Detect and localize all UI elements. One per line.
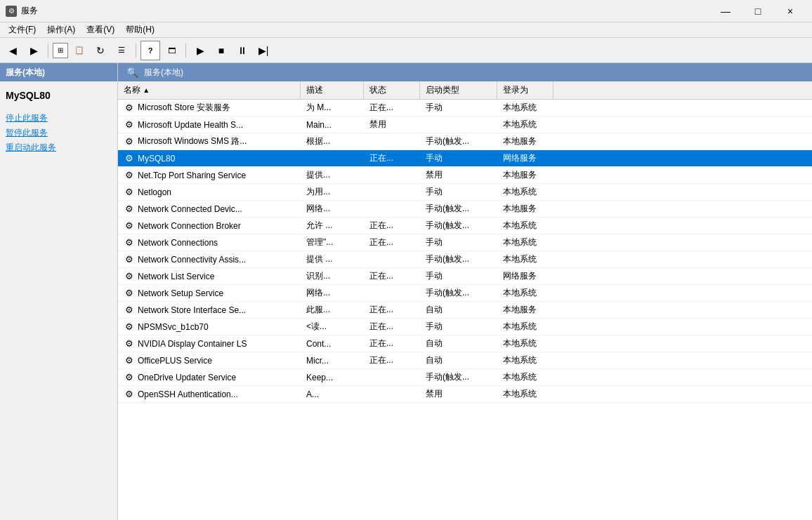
table-row[interactable]: ⚙ Net.Tcp Port Sharing Service 提供... 禁用 … [118,167,812,184]
cell-startup [420,116,497,133]
cell-name: ⚙ OpenSSH Authentication... [118,386,301,402]
cell-status: 正在... [364,268,420,284]
sort-arrow-name: ▲ [143,86,150,94]
titlebar: ⚙ 服务 — □ × [0,0,812,22]
cell-name: ⚙ Network Store Interface Se... [118,302,301,318]
cell-login: 网络服务 [497,268,554,284]
toolbar-open-view[interactable]: ⊞ [53,43,68,58]
service-name-text: NVIDIA Display Container LS [138,339,247,349]
stop-service-link[interactable]: 停止此服务 [6,112,112,124]
service-name-text: Network List Service [138,272,214,281]
cell-name: ⚙ Microsoft Store 安装服务 [118,100,301,116]
service-gear-icon: ⚙ [124,153,135,164]
toolbar-pause[interactable]: ⏸ [233,41,252,60]
col-name[interactable]: 名称 ▲ [118,81,301,99]
main-container: 服务(本地) MySQL80 停止此服务 暂停此服务 重启动此服务 🔍 服务(本… [0,63,812,520]
cell-startup: 自动 [420,335,497,352]
toolbar-refresh[interactable]: ↻ [91,41,110,60]
cell-startup: 手动(触发... [420,218,497,234]
service-name-text: Netlogon [138,187,171,197]
maximize-button[interactable]: □ [742,0,774,22]
toolbar-stop[interactable]: ■ [211,41,231,60]
table-row[interactable]: ⚙ Network Connections 管理"... 正在... 手动 本地… [118,234,812,251]
cell-name: ⚙ OfficePLUS Service [118,352,301,368]
col-desc[interactable]: 描述 [301,81,364,99]
cell-login: 本地服务 [497,302,554,318]
table-row[interactable]: ⚙ Network Connection Broker 允许 ... 正在...… [118,218,812,234]
cell-desc: Cont... [301,335,364,352]
menu-help[interactable]: 帮助(H) [120,22,160,37]
col-login[interactable]: 登录为 [497,81,554,99]
cell-desc: Keep... [301,369,364,385]
toolbar-list-view[interactable]: 📋 [70,41,89,60]
cell-name: ⚙ NVIDIA Display Container LS [118,335,301,352]
cell-status [364,386,420,402]
table-row[interactable]: ⚙ Network Connectivity Assis... 提供 ... 手… [118,251,812,268]
table-row[interactable]: ⚙ OfficePLUS Service Micr... 正在... 自动 本地… [118,352,812,369]
service-gear-icon: ⚙ [124,136,135,147]
table-header: 名称 ▲ 描述 状态 启动类型 登录为 [118,81,812,100]
table-row[interactable]: ⚙ OneDrive Updater Service Keep... 手动(触发… [118,369,812,386]
table-row[interactable]: ⚙ NPSMSvc_b1cb70 <读... 正在... 手动 本地系统 [118,319,812,335]
cell-name: ⚙ Network Connectivity Assis... [118,251,301,267]
table-body: ⚙ Microsoft Store 安装服务 为 M... 正在... 手动 本… [118,100,812,403]
toolbar-forward[interactable]: ▶ [24,41,44,60]
cell-startup: 手动(触发... [420,133,497,149]
cell-desc: 为 M... [301,100,364,116]
pause-service-link[interactable]: 暂停此服务 [6,127,112,139]
toolbar-restart[interactable]: ▶| [254,41,273,60]
cell-desc: 根据... [301,133,364,149]
table-row[interactable]: ⚙ Microsoft Update Health S... Main... 禁… [118,116,812,133]
table-row[interactable]: ⚙ NVIDIA Display Container LS Cont... 正在… [118,335,812,352]
services-table[interactable]: 名称 ▲ 描述 状态 启动类型 登录为 ⚙ Microsof [118,81,812,520]
cell-name: ⚙ Network Connections [118,234,301,251]
close-button[interactable]: × [774,0,806,22]
service-gear-icon: ⚙ [124,170,135,181]
col-status[interactable]: 状态 [364,81,420,99]
table-row[interactable]: ⚙ OpenSSH Authentication... A... 禁用 本地系统 [118,386,812,403]
service-name-text: Net.Tcp Port Sharing Service [138,171,246,180]
table-row[interactable]: ⚙ Network Setup Service 网络... 手动(触发... 本… [118,285,812,302]
toolbar-sep-2 [136,44,136,58]
menu-view[interactable]: 查看(V) [81,22,120,37]
toolbar-help[interactable]: ? [140,41,160,60]
table-row[interactable]: ⚙ Microsoft Store 安装服务 为 M... 正在... 手动 本… [118,100,812,116]
menu-action[interactable]: 操作(A) [41,22,81,37]
table-row[interactable]: ⚙ Network Store Interface Se... 此服... 正在… [118,302,812,319]
cell-status: 正在... [364,319,420,335]
cell-desc: 管理"... [301,234,364,251]
cell-startup: 手动(触发... [420,201,497,217]
menu-file[interactable]: 文件(F) [3,22,41,37]
toolbar-export[interactable]: 🗖 [162,41,181,60]
cell-status: 正在... [364,335,420,352]
service-gear-icon: ⚙ [124,305,135,316]
minimize-button[interactable]: — [709,0,742,22]
service-gear-icon: ⚙ [124,254,135,265]
restart-service-link[interactable]: 重启动此服务 [6,142,112,154]
window-controls: — □ × [709,0,806,22]
service-gear-icon: ⚙ [124,220,135,232]
table-row[interactable]: ⚙ Network Connected Devic... 网络... 手动(触发… [118,201,812,218]
cell-name: ⚙ Microsoft Update Health S... [118,116,301,133]
cell-desc: 网络... [301,201,364,217]
cell-desc: A... [301,386,364,402]
service-gear-icon: ⚙ [124,102,135,114]
panel-header-label: 服务(本地) [144,67,183,79]
cell-login: 本地系统 [497,234,554,251]
col-startup[interactable]: 启动类型 [420,81,497,99]
table-row[interactable]: ⚙ Network List Service 识别... 正在... 手动 网络… [118,268,812,285]
toolbar-properties[interactable]: ☰ [112,41,131,60]
service-name-text: NPSMSvc_b1cb70 [138,322,209,332]
cell-desc: 提供... [301,167,364,183]
cell-login: 本地服务 [497,201,554,217]
cell-status [364,201,420,217]
cell-status: 正在... [364,352,420,368]
cell-name: ⚙ NPSMSvc_b1cb70 [118,319,301,335]
cell-startup: 手动(触发... [420,285,497,301]
table-row[interactable]: ⚙ MySQL80 正在... 手动 网络服务 [118,150,812,167]
panel-search-icon: 🔍 [126,67,138,78]
toolbar-start[interactable]: ▶ [190,41,210,60]
table-row[interactable]: ⚙ Netlogon 为用... 手动 本地系统 [118,184,812,201]
toolbar-back[interactable]: ◀ [3,41,22,60]
table-row[interactable]: ⚙ Microsoft Windows SMS 路... 根据... 手动(触发… [118,133,812,150]
